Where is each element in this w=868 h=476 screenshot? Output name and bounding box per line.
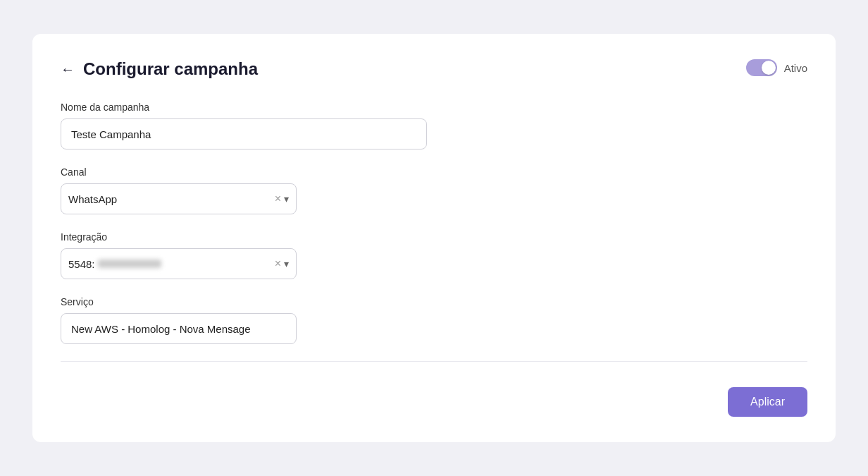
canal-label: Canal [61, 166, 807, 178]
integracao-section: Integração 5548: × ▾ [61, 231, 807, 279]
footer-row: Aplicar [61, 376, 807, 417]
apply-button[interactable]: Aplicar [728, 387, 807, 417]
ativo-toggle-container: Ativo [746, 59, 807, 76]
integracao-select[interactable]: 5548: × ▾ [61, 248, 297, 279]
divider [61, 361, 807, 362]
canal-value: WhatsApp [68, 193, 275, 205]
ativo-toggle[interactable] [746, 59, 777, 76]
back-button[interactable]: ← [61, 61, 75, 78]
integracao-chevron-down-icon[interactable]: ▾ [284, 258, 289, 269]
canal-chevron-down-icon[interactable]: ▾ [284, 193, 289, 205]
servico-label: Serviço [61, 296, 807, 307]
campaign-name-label: Nome da campanha [61, 102, 807, 113]
page-title: Configurar campanha [83, 59, 258, 79]
integracao-label: Integração [61, 231, 807, 243]
integracao-blurred [98, 260, 161, 268]
integracao-clear-icon[interactable]: × [275, 258, 281, 269]
toggle-knob [762, 61, 776, 75]
campaign-name-input[interactable] [61, 118, 427, 149]
canal-clear-icon[interactable]: × [275, 193, 281, 205]
servico-section: Serviço [61, 296, 807, 344]
canal-select[interactable]: WhatsApp × ▾ [61, 183, 297, 214]
page-header: ← Configurar campanha [61, 59, 807, 79]
page-wrapper: ← Configurar campanha Ativo Nome da camp… [0, 0, 868, 476]
servico-input[interactable] [61, 313, 297, 344]
integracao-value: 5548: [68, 258, 275, 270]
integracao-prefix: 5548: [68, 258, 95, 270]
card: ← Configurar campanha Ativo Nome da camp… [32, 34, 836, 442]
canal-section: Canal WhatsApp × ▾ [61, 166, 807, 214]
campaign-name-section: Nome da campanha [61, 102, 807, 149]
ativo-label: Ativo [784, 62, 807, 74]
